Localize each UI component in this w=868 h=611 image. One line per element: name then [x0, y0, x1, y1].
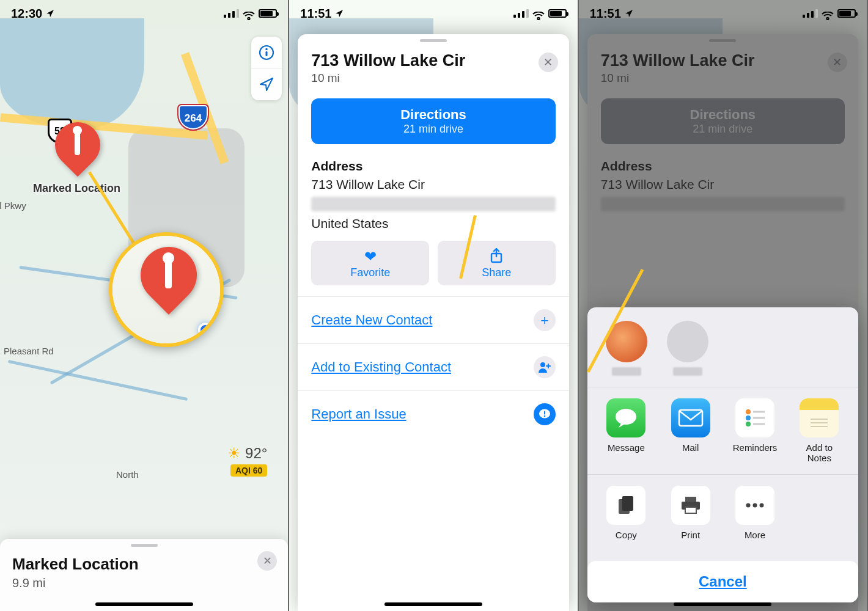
aqi-badge: AQI 60	[230, 464, 267, 477]
address-heading: Address	[298, 155, 568, 176]
share-action-copy[interactable]: Copy	[601, 486, 652, 540]
heart-icon: ❤︎	[311, 248, 429, 265]
svg-point-13	[746, 422, 751, 426]
status-time: 12:30	[11, 7, 42, 21]
address-line1: 713 Willow Lake Cir	[298, 176, 568, 193]
reminders-app-icon	[735, 398, 774, 437]
plus-icon: ＋	[534, 309, 556, 331]
svg-point-12	[746, 415, 751, 420]
marked-location-card[interactable]: ✕ Marked Location 9.9 mi	[0, 539, 288, 611]
home-indicator[interactable]	[95, 602, 193, 606]
svg-point-27	[759, 503, 763, 508]
cancel-button[interactable]: Cancel	[587, 561, 858, 602]
share-button[interactable]: Share	[438, 241, 556, 285]
location-services-icon	[46, 7, 54, 21]
signal-icon	[513, 9, 529, 18]
contact-avatar	[667, 321, 708, 362]
status-bar: 12:30	[0, 0, 288, 27]
card-distance: 9.9 mi	[12, 576, 276, 590]
road-yellow	[0, 113, 208, 140]
map-pin-label: Marked Location	[33, 182, 120, 195]
svg-point-7	[543, 415, 545, 417]
action-buttons-row: ❤︎ Favorite Share	[298, 232, 568, 290]
print-icon	[671, 486, 710, 525]
svg-rect-2	[266, 51, 268, 56]
create-contact-row[interactable]: Create New Contact ＋	[298, 296, 568, 343]
home-indicator[interactable]	[384, 602, 482, 606]
panel-share-sheet: 11:51 ✕ 713 Willow Lake Cir 10 mi Direct…	[579, 0, 868, 611]
signal-icon	[224, 9, 239, 18]
place-distance: 10 mi	[311, 71, 555, 85]
directions-time: 21 min drive	[311, 123, 555, 136]
svg-rect-24	[685, 507, 696, 513]
share-sheet: Message Mail Reminders Add to Notes	[587, 307, 858, 602]
wifi-icon	[243, 9, 255, 18]
notes-app-icon	[800, 398, 839, 437]
status-time: 11:51	[300, 7, 331, 21]
pin-icon	[141, 247, 198, 320]
weather-widget[interactable]: ☀︎ 92° AQI 60	[227, 445, 267, 477]
road-label: North	[116, 469, 139, 480]
status-bar: 11:51	[289, 0, 577, 27]
share-app-mail[interactable]: Mail	[665, 398, 716, 463]
mail-app-icon	[671, 398, 710, 437]
place-sheet[interactable]: ✕ 713 Willow Lake Cir 10 mi Directions 2…	[298, 34, 568, 611]
svg-rect-21	[622, 496, 633, 511]
svg-point-1	[266, 48, 268, 50]
map-info-button[interactable]	[251, 37, 282, 68]
svg-point-11	[746, 409, 751, 414]
wifi-icon	[822, 9, 834, 18]
home-indicator[interactable]	[674, 602, 771, 606]
map-controls	[251, 37, 282, 100]
map-pin-icon[interactable]	[55, 122, 101, 183]
svg-rect-6	[544, 411, 545, 415]
share-action-print[interactable]: Print	[665, 486, 716, 540]
share-action-more[interactable]: More	[729, 486, 780, 540]
sheet-grabber[interactable]	[420, 39, 447, 42]
contact-name-redacted	[612, 367, 641, 376]
place-title: 713 Willow Lake Cir	[311, 51, 555, 70]
signal-icon	[803, 9, 818, 18]
report-issue-row[interactable]: Report an Issue	[298, 390, 568, 437]
map-locate-button[interactable]	[251, 68, 282, 100]
person-plus-icon	[534, 356, 556, 378]
battery-icon	[259, 9, 277, 18]
share-app-notes[interactable]: Add to Notes	[794, 398, 845, 463]
share-apps-row: Message Mail Reminders Add to Notes	[587, 387, 858, 474]
panel-place-card: 11:51 ✕ 713 Willow Lake Cir 10 mi Direct…	[289, 0, 578, 611]
road-label: ll Pkwy	[0, 200, 26, 211]
battery-icon	[837, 9, 856, 18]
status-bar: 11:51	[579, 0, 867, 27]
share-contacts-row	[587, 318, 858, 387]
share-app-reminders[interactable]: Reminders	[729, 398, 780, 463]
directions-button[interactable]: Directions 21 min drive	[311, 98, 555, 144]
battery-icon	[548, 9, 567, 18]
contact-name-redacted	[673, 367, 702, 376]
address-redacted	[311, 197, 555, 211]
directions-label: Directions	[311, 107, 555, 123]
favorite-button[interactable]: ❤︎ Favorite	[311, 241, 429, 285]
temp-value: 92°	[245, 445, 267, 461]
message-app-icon	[606, 398, 645, 437]
magnifier-pin	[109, 232, 224, 347]
wifi-icon	[532, 9, 545, 18]
interstate-264-shield: 264	[177, 104, 209, 131]
location-services-icon	[625, 7, 633, 21]
svg-rect-10	[679, 410, 702, 426]
card-title: Marked Location	[12, 555, 276, 574]
location-services-icon	[335, 7, 344, 21]
address-country: United States	[298, 215, 568, 232]
more-icon	[735, 486, 774, 525]
svg-point-26	[752, 503, 757, 508]
svg-rect-22	[685, 497, 696, 502]
close-button[interactable]: ✕	[539, 53, 558, 72]
copy-icon	[606, 486, 645, 525]
report-icon	[534, 403, 556, 425]
add-existing-contact-row[interactable]: Add to Existing Contact	[298, 343, 568, 390]
status-time: 11:51	[590, 7, 621, 21]
svg-point-4	[540, 362, 545, 367]
svg-point-9	[616, 409, 636, 425]
sheet-grabber[interactable]	[131, 544, 158, 547]
share-app-message[interactable]: Message	[601, 398, 652, 463]
share-contact[interactable]	[666, 321, 710, 376]
